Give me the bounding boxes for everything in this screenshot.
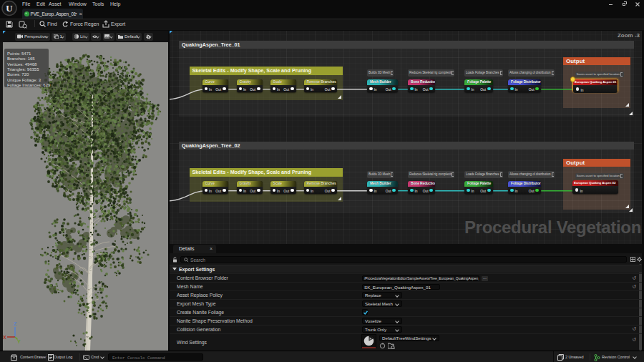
svg-text:X: X xyxy=(3,335,6,340)
svg-text:Y: Y xyxy=(17,339,21,343)
svg-text:Z: Z xyxy=(14,321,17,326)
svg-text:U: U xyxy=(6,3,13,14)
